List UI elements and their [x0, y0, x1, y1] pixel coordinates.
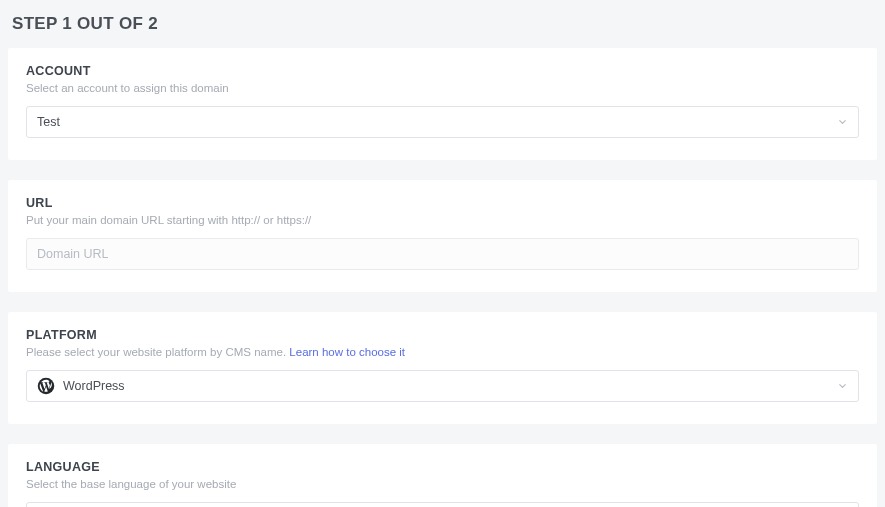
language-section-title: LANGUAGE — [26, 460, 859, 474]
account-select-value: Test — [37, 115, 60, 129]
account-section-title: ACCOUNT — [26, 64, 859, 78]
language-section-help: Select the base language of your website — [26, 478, 859, 490]
platform-select[interactable]: WordPress — [26, 370, 859, 402]
platform-card: PLATFORM Please select your website plat… — [8, 312, 877, 424]
language-card: LANGUAGE Select the base language of you… — [8, 444, 877, 507]
wordpress-icon — [37, 377, 55, 395]
page-title: STEP 1 OUT OF 2 — [12, 14, 873, 34]
platform-help-link[interactable]: Learn how to choose it — [289, 346, 405, 358]
platform-section-help: Please select your website platform by C… — [26, 346, 859, 358]
account-select[interactable]: Test — [26, 106, 859, 138]
url-input[interactable] — [26, 238, 859, 270]
url-card: URL Put your main domain URL starting wi… — [8, 180, 877, 292]
platform-help-text: Please select your website platform by C… — [26, 346, 289, 358]
chevron-down-icon — [837, 381, 848, 392]
platform-section-title: PLATFORM — [26, 328, 859, 342]
chevron-down-icon — [837, 117, 848, 128]
account-card: ACCOUNT Select an account to assign this… — [8, 48, 877, 160]
url-section-help: Put your main domain URL starting with h… — [26, 214, 859, 226]
language-select[interactable]: English — [26, 502, 859, 507]
platform-select-value: WordPress — [63, 379, 125, 393]
account-section-help: Select an account to assign this domain — [26, 82, 859, 94]
url-section-title: URL — [26, 196, 859, 210]
